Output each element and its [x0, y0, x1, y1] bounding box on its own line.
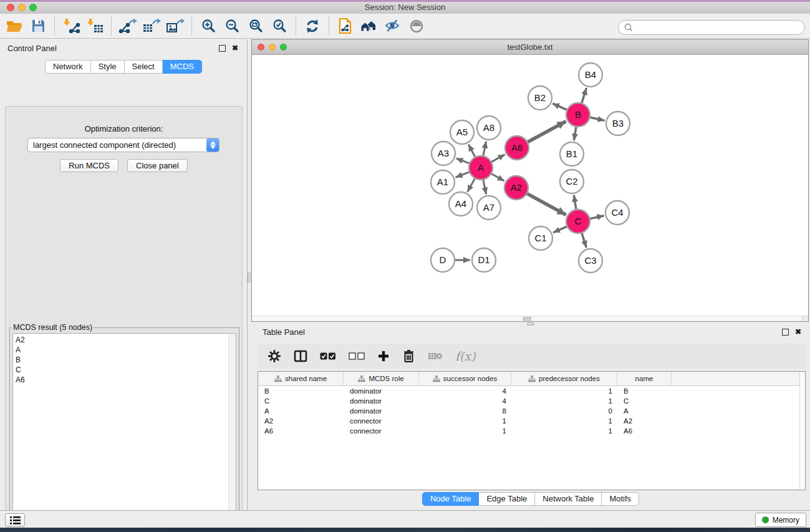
mcds-result-item[interactable]: B [16, 355, 228, 365]
graph-edge-C-C2[interactable] [574, 195, 576, 210]
network-resize-grip[interactable] [802, 316, 808, 321]
graph-edge-A-A7[interactable] [483, 180, 486, 195]
column-header-MCDS-role[interactable]: MCDS role [344, 372, 419, 385]
close-panel-icon[interactable]: ✖ [232, 46, 238, 51]
graph-node-A6[interactable]: A6 [505, 136, 529, 160]
graph-node-B1[interactable]: B1 [560, 142, 584, 166]
graph-edge-B-B3[interactable] [590, 117, 605, 120]
table-row[interactable]: Bdominator41B [258, 386, 805, 396]
mcds-result-item[interactable]: C [16, 365, 228, 375]
column-header-name[interactable]: name [617, 372, 672, 385]
network-graph-canvas[interactable]: B4B2BB3A8A5A6A3B1AA1C2A2A4A7C4CC1C3DD1 [252, 55, 808, 316]
show-elements-button[interactable] [405, 16, 428, 37]
graph-node-B4[interactable]: B4 [579, 63, 602, 87]
graph-edge-A2-C[interactable] [527, 193, 566, 215]
tab-edge-table[interactable]: Edge Table [479, 492, 535, 506]
graph-node-B2[interactable]: B2 [528, 86, 552, 110]
task-history-button[interactable] [5, 513, 25, 527]
tab-network-table[interactable]: Network Table [535, 492, 602, 506]
tab-style[interactable]: Style [91, 60, 125, 74]
column-header-successor-nodes[interactable]: successor nodes [419, 372, 511, 385]
graph-node-A7[interactable]: A7 [477, 196, 501, 220]
zoom-out-button[interactable] [220, 16, 244, 37]
zoom-selected-button[interactable] [268, 16, 291, 37]
graph-edge-A-A5[interactable] [468, 144, 475, 157]
graph-node-C4[interactable]: C4 [605, 201, 629, 225]
column-header-shared-name[interactable]: shared name [258, 372, 344, 385]
hide-elements-button[interactable] [381, 16, 405, 37]
tab-node-table[interactable]: Node Table [422, 492, 480, 506]
graph-edge-C-C4[interactable] [590, 216, 604, 219]
export-network-button[interactable] [116, 16, 140, 37]
graph-node-C1[interactable]: C1 [529, 226, 552, 250]
add-entry-button[interactable] [377, 347, 390, 365]
refresh-layout-button[interactable] [301, 16, 324, 37]
table-vertical-scrollbar[interactable] [799, 372, 805, 490]
mcds-list-scrollbar[interactable] [228, 334, 236, 532]
graph-edge-A-A1[interactable] [456, 172, 470, 178]
clone-network-button[interactable] [334, 16, 357, 37]
import-table-button[interactable] [83, 16, 107, 37]
table-row[interactable]: A6connector11A6 [258, 426, 805, 436]
function-builder-button[interactable]: f(x) [455, 347, 476, 365]
mcds-result-item[interactable]: A2 [16, 335, 228, 345]
app-title-bar[interactable]: Session: New Session [0, 0, 810, 14]
network-horizontal-scrollbar[interactable] [252, 316, 802, 321]
deselect-all-button[interactable] [349, 347, 365, 365]
search-field[interactable] [618, 20, 805, 35]
tab-select[interactable]: Select [125, 60, 163, 74]
graph-edge-A-A3[interactable] [456, 158, 470, 163]
graph-node-C3[interactable]: C3 [579, 249, 602, 273]
select-all-button[interactable] [320, 347, 336, 365]
zoom-fit-button[interactable] [244, 16, 268, 37]
network-hscroll-thumb[interactable] [523, 317, 531, 321]
graph-node-A4[interactable]: A4 [449, 192, 473, 216]
table-row[interactable]: Adominator80A [258, 406, 805, 416]
table-settings-button[interactable] [268, 347, 281, 365]
show-columns-button[interactable] [294, 347, 307, 365]
graph-node-A[interactable]: A [469, 156, 493, 180]
table-row[interactable]: A2connector11A2 [258, 416, 805, 426]
zoom-in-button[interactable] [196, 16, 220, 37]
mcds-result-item[interactable]: A [16, 345, 228, 355]
graph-edge-A-A4[interactable] [468, 178, 475, 192]
export-image-button[interactable] [163, 16, 187, 37]
graph-edge-C-C3[interactable] [582, 233, 587, 248]
save-session-button[interactable] [26, 16, 50, 37]
home-layouts-button[interactable] [357, 16, 381, 37]
graph-edge-A-A8[interactable] [483, 142, 486, 157]
graph-node-B[interactable]: B [566, 103, 590, 127]
graph-edge-B-B1[interactable] [574, 127, 576, 141]
export-table-button[interactable] [140, 16, 163, 37]
table-row[interactable]: Cdominator41C [258, 396, 805, 406]
memory-button[interactable]: Memory [755, 513, 806, 527]
graph-node-C2[interactable]: C2 [560, 170, 584, 193]
graph-edge-C-C1[interactable] [553, 226, 567, 233]
graph-node-A3[interactable]: A3 [432, 142, 455, 165]
network-window-title-bar[interactable]: testGlobe.txt [252, 40, 808, 55]
graph-node-B3[interactable]: B3 [606, 112, 630, 135]
table-close-panel-icon[interactable]: ✖ [795, 329, 801, 335]
graph-node-A5[interactable]: A5 [450, 120, 474, 144]
import-network-button[interactable] [59, 16, 83, 37]
open-session-button[interactable] [2, 16, 26, 37]
graph-node-A1[interactable]: A1 [431, 170, 455, 194]
delete-entry-button[interactable] [402, 347, 415, 365]
close-panel-button[interactable]: Close panel [127, 159, 188, 172]
graph-node-D1[interactable]: D1 [472, 248, 496, 272]
horizontal-splitter-handle[interactable] [527, 322, 534, 326]
search-input[interactable] [635, 21, 804, 34]
graph-edge-A6-B[interactable] [528, 121, 566, 142]
graph-edge-A-A2[interactable] [491, 173, 504, 181]
criterion-dropdown[interactable]: largest connected component (directed) [27, 138, 219, 152]
tab-mcds[interactable]: MCDS [163, 60, 202, 74]
mcds-result-item[interactable]: A6 [16, 375, 228, 385]
delete-table-button[interactable] [428, 347, 443, 365]
graph-edge-B-B4[interactable] [582, 88, 587, 104]
graph-node-A2[interactable]: A2 [504, 176, 528, 200]
graph-node-D[interactable]: D [431, 248, 455, 272]
graph-node-A8[interactable]: A8 [477, 116, 501, 140]
graph-edge-A-A6[interactable] [491, 155, 505, 162]
table-float-panel-icon[interactable] [782, 329, 789, 336]
run-mcds-button[interactable]: Run MCDS [60, 159, 118, 172]
